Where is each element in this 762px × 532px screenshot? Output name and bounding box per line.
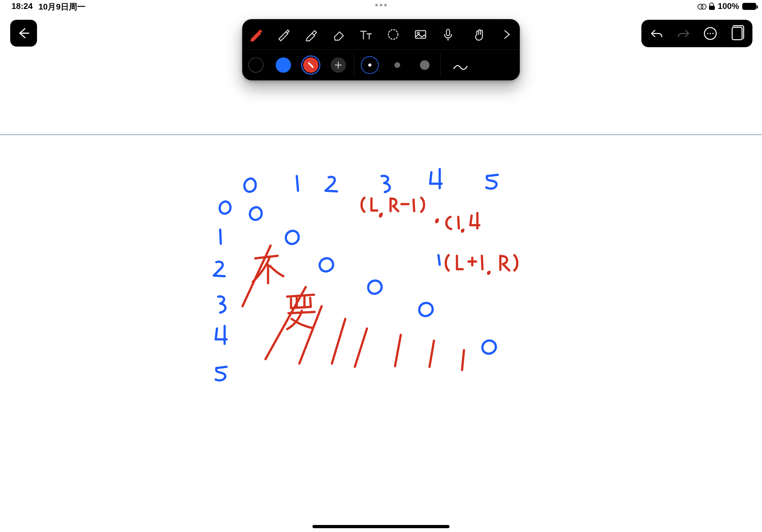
battery-percent: 100% (718, 1, 739, 11)
annotation-c14 (446, 213, 479, 232)
color-blue[interactable] (269, 50, 297, 80)
text-tool[interactable] (352, 19, 379, 50)
separator (354, 54, 354, 77)
annotation-bu-yao (253, 256, 315, 329)
more-menu-button[interactable] (703, 27, 717, 40)
svg-point-0 (388, 30, 398, 39)
tools-row (242, 19, 520, 50)
color-black[interactable] (242, 50, 269, 80)
multitask-dots[interactable] (375, 4, 387, 6)
pen-tool[interactable] (242, 19, 269, 50)
color-swatch-icon (303, 57, 319, 73)
annotation-dot (385, 220, 391, 226)
canvas-row-labels (214, 202, 230, 380)
status-right: 100% (698, 1, 757, 11)
svg-point-2 (418, 32, 419, 34)
stroke-large[interactable] (411, 50, 438, 80)
pencil-tool[interactable] (269, 19, 297, 50)
svg-rect-1 (416, 31, 426, 38)
status-left: 18:24 10月9日周一 (12, 1, 86, 13)
pen-icon (249, 28, 263, 41)
undo-button[interactable] (650, 27, 664, 40)
status-time: 18:24 (12, 1, 33, 13)
row-label-3 (218, 296, 226, 312)
annotation-lr-minus-1 (361, 198, 424, 217)
stroke-medium[interactable] (384, 50, 411, 80)
row-label-2 (214, 262, 225, 276)
pencil-icon (276, 28, 290, 41)
svg-rect-3 (446, 29, 450, 36)
wave-icon (453, 60, 476, 70)
lasso-icon (386, 28, 400, 41)
highlighter-tool[interactable] (297, 19, 325, 50)
row-label-1 (220, 230, 221, 244)
selected-ring-icon (362, 58, 377, 72)
hand-icon (472, 28, 486, 41)
pages-icon (732, 27, 742, 40)
header-3 (382, 176, 390, 192)
row-label-4 (216, 326, 227, 344)
status-date: 10月9日周一 (38, 1, 86, 13)
color-add[interactable] (325, 50, 352, 80)
microphone-icon (441, 28, 455, 41)
arrow-left-icon (17, 27, 30, 39)
more-icon (704, 27, 717, 40)
header-1 (297, 176, 298, 191)
dot-icon (380, 4, 382, 6)
header-4 (430, 169, 442, 188)
dot-icon (384, 4, 387, 6)
insert-image-tool[interactable] (407, 19, 434, 50)
dot-icon (420, 60, 429, 70)
header-2 (326, 177, 337, 191)
back-button[interactable] (10, 20, 37, 46)
gesture-tool[interactable] (466, 19, 493, 50)
link-icon (698, 3, 706, 10)
highlighter-icon (304, 28, 318, 41)
toolbar-more[interactable] (493, 19, 520, 50)
redo-button[interactable] (676, 27, 691, 40)
voice-tool[interactable] (434, 19, 462, 50)
dot-icon (394, 62, 400, 68)
color-red[interactable] (297, 50, 325, 80)
right-toolbar (642, 20, 752, 47)
row-label-0 (219, 202, 230, 214)
text-icon (359, 28, 373, 41)
row-label-5 (216, 367, 227, 380)
main-toolbar (242, 19, 520, 80)
plus-icon (331, 57, 346, 73)
page-divider (0, 134, 762, 135)
pages-button[interactable] (730, 27, 744, 40)
color-swatch-icon (276, 57, 291, 73)
status-bar: 18:24 10月9日周一 100% (0, 0, 762, 12)
style-row (242, 50, 520, 80)
lasso-tool[interactable] (379, 19, 407, 50)
chevron-right-icon (500, 28, 514, 41)
canvas-col-headers (244, 169, 498, 192)
battery-icon (742, 3, 756, 10)
dot-icon (375, 4, 378, 6)
eraser-icon (331, 28, 345, 41)
header-5 (486, 175, 498, 188)
separator (440, 54, 441, 77)
image-icon (414, 28, 427, 41)
hatching (243, 245, 464, 370)
annotation-dot-2 (440, 260, 445, 265)
header-0 (244, 179, 256, 192)
undo-icon (650, 27, 663, 40)
orientation-lock-icon (709, 3, 715, 10)
canvas-tick (438, 255, 440, 265)
stroke-small[interactable] (356, 50, 384, 80)
dot-icon (368, 63, 371, 67)
color-swatch-icon (248, 57, 264, 73)
home-indicator (312, 525, 450, 528)
redo-icon (677, 27, 690, 40)
stroke-style-wave[interactable] (443, 50, 487, 80)
annotation-colon (436, 220, 438, 222)
annotation-lplus1-r (446, 255, 517, 274)
eraser-tool[interactable] (325, 19, 352, 50)
canvas-diagonal (250, 207, 496, 354)
